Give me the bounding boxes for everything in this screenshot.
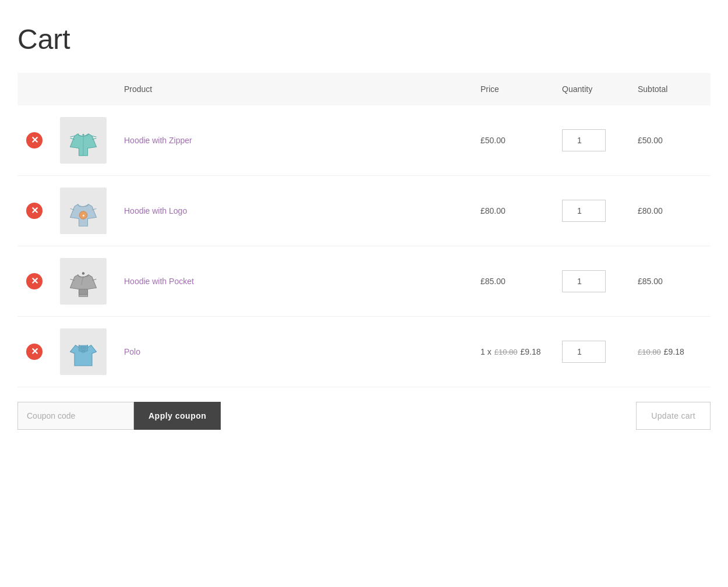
remove-button-0[interactable]: ✕ [26,132,43,148]
product-image-1: ★ [60,188,107,234]
quantity-input-1[interactable] [562,200,606,222]
svg-point-0 [83,134,84,136]
table-row: ✕ Polo 1 x £1 [17,317,711,387]
remove-button-2[interactable]: ✕ [26,273,43,289]
col-header-remove [17,73,51,105]
table-row: ✕ Hoodie with Pocket £85.00 [17,246,711,317]
remove-cell-1: ✕ [17,176,51,246]
quantity-input-2[interactable] [562,270,606,292]
svg-point-5 [82,350,83,351]
product-image-cell-3 [51,317,115,387]
table-row: ✕ Hoodie with Zipper £50. [17,105,711,176]
svg-point-4 [82,272,85,275]
quantity-cell-2 [553,246,629,317]
svg-rect-3 [79,289,88,295]
product-image-3 [60,328,107,375]
col-header-product: Product [115,73,472,105]
remove-cell-3: ✕ [17,317,51,387]
product-image-cell-0 [51,105,115,176]
product-link-1[interactable]: Hoodie with Logo [124,206,187,215]
item-price-3: 1 x £10.80 £9.18 [472,317,553,387]
remove-cell-0: ✕ [17,105,51,176]
col-header-image [51,73,115,105]
coupon-input[interactable] [17,402,134,430]
product-name-cell-3: Polo [115,317,472,387]
product-image-cell-2 [51,246,115,317]
item-subtotal-2: £85.00 [629,246,711,317]
svg-point-6 [83,350,84,351]
product-image-0 [60,117,107,164]
col-header-subtotal: Subtotal [629,73,711,105]
item-subtotal-1: £80.00 [629,176,711,246]
update-cart-button[interactable]: Update cart [636,402,711,430]
product-name-cell-2: Hoodie with Pocket [115,246,472,317]
quantity-input-0[interactable] [562,129,606,151]
item-price-0: £50.00 [472,105,553,176]
table-row: ✕ ★ Hoodie with Logo £80.00 [17,176,711,246]
remove-button-3[interactable]: ✕ [26,344,43,360]
quantity-cell-3 [553,317,629,387]
item-subtotal-3: £10.80 £9.18 [629,317,711,387]
col-header-price: Price [472,73,553,105]
coupon-section: Apply coupon [17,402,221,430]
product-link-3[interactable]: Polo [124,347,140,356]
product-name-cell-1: Hoodie with Logo [115,176,472,246]
apply-coupon-button[interactable]: Apply coupon [134,402,221,430]
remove-icon-2: ✕ [26,273,43,289]
item-subtotal-0: £50.00 [629,105,711,176]
remove-cell-2: ✕ [17,246,51,317]
cart-actions: Apply coupon Update cart [17,387,711,436]
col-header-quantity: Quantity [553,73,629,105]
page-title: Cart [17,23,711,55]
remove-icon-0: ✕ [26,132,43,148]
remove-button-1[interactable]: ✕ [26,203,43,219]
product-name-cell-0: Hoodie with Zipper [115,105,472,176]
product-image-2 [60,258,107,305]
remove-icon-1: ✕ [26,203,43,219]
item-price-1: £80.00 [472,176,553,246]
product-link-0[interactable]: Hoodie with Zipper [124,136,192,145]
quantity-cell-0 [553,105,629,176]
product-link-2[interactable]: Hoodie with Pocket [124,277,194,286]
quantity-cell-1 [553,176,629,246]
remove-icon-3: ✕ [26,344,43,360]
quantity-input-3[interactable] [562,341,606,363]
item-price-2: £85.00 [472,246,553,317]
product-image-cell-1: ★ [51,176,115,246]
